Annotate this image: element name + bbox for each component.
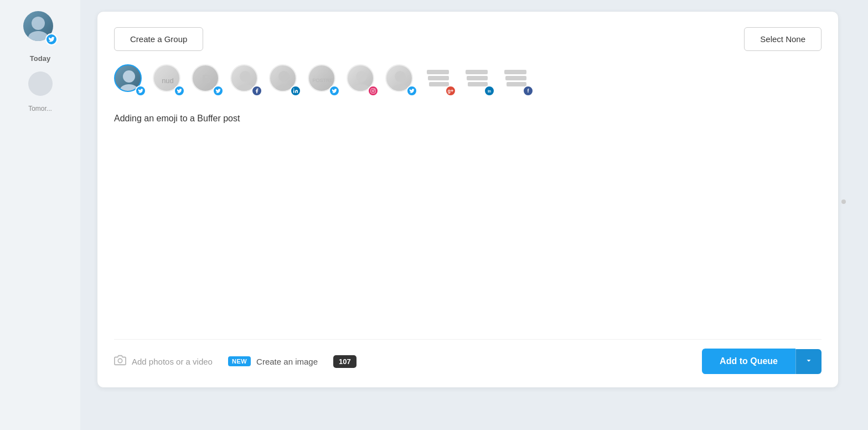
sidebar-avatar[interactable] [23,11,58,45]
account-badge-facebook-11: f [523,85,534,96]
bottom-bar: Add photos or a video NEW Create an imag… [114,339,822,374]
account-badge-linkedin-5 [290,85,301,96]
account-avatar-5[interactable] [269,64,301,96]
svg-rect-26 [505,76,526,80]
account-avatar-8[interactable] [385,64,417,96]
account-avatar-stack-9[interactable]: g+ [424,64,456,96]
sidebar: Today Tomor... [0,0,80,430]
account-avatar-6[interactable]: POSTRE [308,64,340,96]
svg-rect-22 [466,70,488,74]
svg-text:nud: nud [162,76,174,85]
svg-point-2 [123,70,135,83]
bottom-left-actions: Add photos or a video NEW Create an imag… [114,354,356,369]
add-media-button[interactable]: Add photos or a video [114,354,213,369]
svg-point-0 [32,17,45,30]
account-badge-twitter-1 [135,85,146,96]
svg-rect-23 [467,76,488,80]
create-image-button[interactable]: NEW Create an image [228,356,318,366]
account-badge-linkedin-10: in [484,85,495,96]
account-badge-facebook-4 [251,85,262,96]
svg-point-16 [374,89,375,90]
add-to-queue-button[interactable]: Add to Queue [702,349,795,374]
composer-textarea[interactable] [114,112,822,339]
account-avatar-stack-10[interactable]: in [463,64,495,96]
char-count-badge: 107 [333,355,356,368]
svg-rect-21 [429,82,449,86]
svg-rect-14 [371,89,375,93]
sidebar-twitter-badge [45,33,58,45]
composer-card: Create a Group Select None [97,11,839,388]
account-badge-gplus-9: g+ [445,85,456,96]
queue-dropdown-button[interactable] [795,349,822,374]
svg-point-28 [118,359,122,362]
select-none-button[interactable]: Select None [744,27,822,51]
create-group-button[interactable]: Create a Group [114,27,203,51]
create-image-label: Create an image [256,357,318,366]
account-avatar-3[interactable]: B [192,64,224,96]
sidebar-ghost-item [28,71,53,96]
svg-point-6 [240,71,251,82]
svg-rect-24 [468,82,488,86]
tomorrow-label: Tomor... [28,105,52,112]
account-avatar-2[interactable]: nud [153,64,185,96]
account-avatar-7[interactable] [347,64,379,96]
account-avatar-4[interactable] [230,64,262,96]
account-badge-twitter-6 [329,85,340,96]
svg-rect-19 [427,70,449,74]
new-badge: NEW [228,356,251,366]
main-area: Create a Group Select None [80,0,868,430]
svg-rect-25 [504,70,526,74]
svg-point-8 [278,71,290,82]
account-avatar-stack-11[interactable]: f [502,64,534,96]
svg-point-12 [356,71,367,82]
account-badge-twitter-3 [213,85,224,96]
svg-text:POSTRE: POSTRE [312,78,333,83]
svg-point-10 [293,89,294,90]
svg-rect-27 [507,82,526,86]
account-badge-twitter-2 [174,85,185,96]
top-bar: Create a Group Select None [114,27,822,51]
scroll-indicator [841,199,846,204]
svg-point-15 [372,90,374,91]
bottom-right-actions: Add to Queue [702,349,822,374]
account-badge-twitter-8 [406,85,417,96]
svg-rect-20 [428,76,449,80]
today-label: Today [30,54,50,63]
add-media-label: Add photos or a video [132,357,213,366]
camera-icon [114,354,126,369]
accounts-row: nud B [114,64,822,96]
svg-text:B: B [202,72,211,86]
account-badge-instagram-7 [368,85,379,96]
svg-point-17 [395,71,406,82]
account-avatar-1[interactable] [114,64,146,96]
